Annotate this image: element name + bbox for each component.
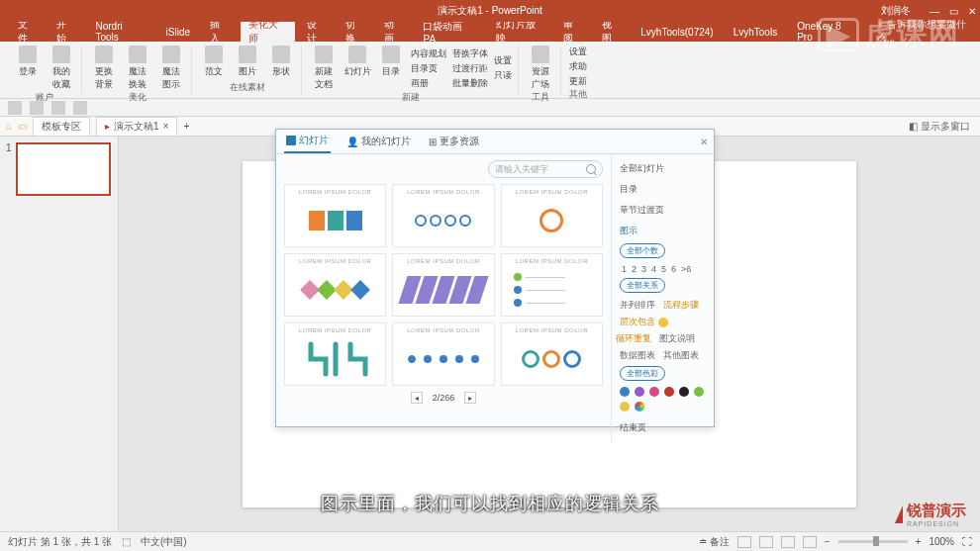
magic-swap-button[interactable]: 魔法 换装 — [124, 46, 151, 91]
view-sorter-icon[interactable] — [759, 536, 773, 548]
zoom-in-button[interactable]: + — [916, 536, 922, 547]
update-button[interactable]: 更新 — [569, 75, 587, 88]
content-plan-button[interactable]: 内容规划 — [411, 47, 446, 60]
save-icon[interactable] — [8, 101, 22, 115]
settings2-button[interactable]: 设置 — [569, 46, 587, 58]
count-1[interactable]: 1 — [622, 264, 627, 274]
view-slideshow-icon[interactable] — [803, 536, 817, 548]
settings-button[interactable]: 设置 — [494, 54, 512, 67]
add-tab-button[interactable]: + — [183, 121, 189, 132]
template-item[interactable]: LOREM IPSUM DOLOR — [392, 253, 494, 317]
template-item[interactable]: LOREM IPSUM DOLOR — [392, 184, 494, 247]
quick-icon[interactable] — [73, 101, 87, 115]
count-5[interactable]: 5 — [661, 264, 666, 274]
color-green[interactable] — [694, 387, 704, 397]
shape-button[interactable]: 形状 — [267, 46, 295, 81]
rel-parallel[interactable]: 并列排序 — [620, 299, 655, 312]
template-item[interactable]: LOREM IPSUM DOLOR — [284, 184, 386, 247]
template-item[interactable]: LOREM IPSUM DOLOR — [501, 322, 603, 386]
pill-relation[interactable]: 全部关系 — [620, 278, 665, 293]
count-2[interactable]: 2 — [632, 264, 637, 274]
user-name[interactable]: 刘润冬 — [881, 4, 911, 18]
fanwen-button[interactable]: 范文 — [200, 46, 228, 81]
album-button[interactable]: 画册 — [411, 77, 446, 90]
zoom-out-button[interactable]: − — [825, 536, 831, 547]
change-bg-button[interactable]: 更换 背景 — [90, 46, 118, 91]
slide-thumbnail[interactable] — [16, 142, 111, 196]
maximize-icon[interactable]: ▭ — [949, 6, 958, 17]
minimize-icon[interactable]: — — [930, 6, 939, 17]
tab-nordri[interactable]: Nordri Tools — [87, 19, 153, 45]
tell-me[interactable]: ♀ 告诉我你想要做什么... — [877, 18, 980, 46]
replace-font-button[interactable]: 替换字体 — [452, 47, 488, 60]
dialog-tab-slides[interactable]: 幻灯片 — [284, 130, 331, 153]
close-tab-icon[interactable]: × — [163, 121, 169, 132]
zoom-level[interactable]: 100% — [929, 536, 954, 547]
dialog-tab-more[interactable]: ⊞更多资源 — [427, 131, 481, 152]
cat-diagram[interactable]: 图示 — [620, 223, 706, 239]
slide-button[interactable]: 幻灯片 — [343, 46, 371, 91]
tab-onekey[interactable]: OneKey 8 Pro — [789, 19, 864, 45]
template-item[interactable]: LOREM IPSUM DOLOR — [284, 253, 386, 317]
favorites-button[interactable]: 我的 收藏 — [48, 46, 75, 91]
rel-hierarchy[interactable]: 层次包含 — [620, 316, 668, 328]
multi-window-toggle[interactable]: ◧ 显示多窗口 — [909, 120, 970, 134]
count-more[interactable]: >6 — [681, 264, 691, 274]
language[interactable]: 中文(中国) — [141, 535, 187, 549]
template-item[interactable]: LOREM IPSUM DOLOR — [501, 253, 603, 317]
cat-chapter[interactable]: 章节过渡页 — [620, 202, 706, 219]
color-yellow[interactable] — [620, 402, 630, 412]
color-black[interactable] — [679, 387, 689, 397]
rel-datachart[interactable]: 数据图表 — [620, 349, 655, 362]
tab-islide[interactable]: iSlide — [158, 25, 198, 40]
close-icon[interactable]: ✕ — [968, 6, 976, 17]
color-red[interactable] — [664, 387, 674, 397]
color-purple[interactable] — [635, 387, 644, 397]
login-button[interactable]: 登录 — [14, 46, 42, 91]
rel-flow[interactable]: 流程步骤 — [663, 299, 699, 312]
picture-button[interactable]: 图片 — [234, 46, 261, 81]
prev-page-button[interactable]: ◂ — [411, 392, 423, 404]
spacing-button[interactable]: 过渡行距 — [452, 62, 488, 75]
search-icon[interactable] — [586, 164, 596, 174]
count-6[interactable]: 6 — [671, 264, 676, 274]
count-4[interactable]: 4 — [651, 264, 656, 274]
home-icon[interactable]: ⌂ — [6, 121, 12, 132]
count-3[interactable]: 3 — [641, 264, 646, 274]
newdoc-button[interactable]: 新建 文档 — [310, 46, 338, 91]
template-item[interactable]: LOREM IPSUM DOLOR — [501, 184, 603, 247]
magic-diagram-button[interactable]: 魔法 图示 — [157, 46, 185, 91]
next-page-button[interactable]: ▸ — [464, 392, 476, 404]
template-item[interactable]: LOREM IPSUM DOLOR — [284, 322, 386, 386]
pill-color[interactable]: 全部色彩 — [620, 366, 665, 381]
readonly-button[interactable]: 只读 — [494, 69, 512, 82]
tab-lvh1[interactable]: LvyhTools(0724) — [633, 25, 721, 40]
rel-cycle[interactable]: 循环重复 — [616, 332, 651, 345]
color-blue[interactable] — [620, 387, 630, 397]
notes-button[interactable]: ≐ 备注 — [699, 535, 730, 549]
dialog-close-icon[interactable]: ✕ — [700, 137, 708, 147]
folder-icon[interactable]: ▭ — [18, 121, 27, 132]
view-normal-icon[interactable] — [737, 536, 751, 548]
fit-window-icon[interactable]: ⛶ — [962, 536, 972, 547]
toc-button[interactable]: 目录 — [377, 46, 405, 91]
spellcheck-icon[interactable]: ⬚ — [122, 536, 131, 547]
redo-icon[interactable] — [51, 101, 65, 115]
zoom-slider[interactable] — [838, 540, 908, 543]
cat-toc[interactable]: 目录 — [620, 181, 706, 198]
view-reading-icon[interactable] — [781, 536, 795, 548]
color-multi[interactable] — [635, 402, 644, 412]
pill-count[interactable]: 全部个数 — [620, 243, 665, 258]
resources-button[interactable]: 资源 广场 — [527, 46, 554, 91]
undo-icon[interactable] — [30, 101, 44, 115]
tab-presentation[interactable]: ▸演示文稿1× — [96, 117, 177, 137]
search-input[interactable]: 请输入关键字 — [488, 160, 603, 178]
tab-template-area[interactable]: 模板专区 — [33, 117, 90, 137]
cat-end[interactable]: 结束页 — [620, 419, 706, 436]
rel-other[interactable]: 其他图表 — [663, 349, 699, 362]
rel-pictext[interactable]: 图文说明 — [659, 332, 695, 345]
help-button[interactable]: 求助 — [569, 60, 587, 73]
template-item[interactable]: LOREM IPSUM DOLOR — [392, 322, 494, 386]
color-pink[interactable] — [649, 387, 659, 397]
cat-all[interactable]: 全部幻灯片 — [620, 160, 706, 177]
